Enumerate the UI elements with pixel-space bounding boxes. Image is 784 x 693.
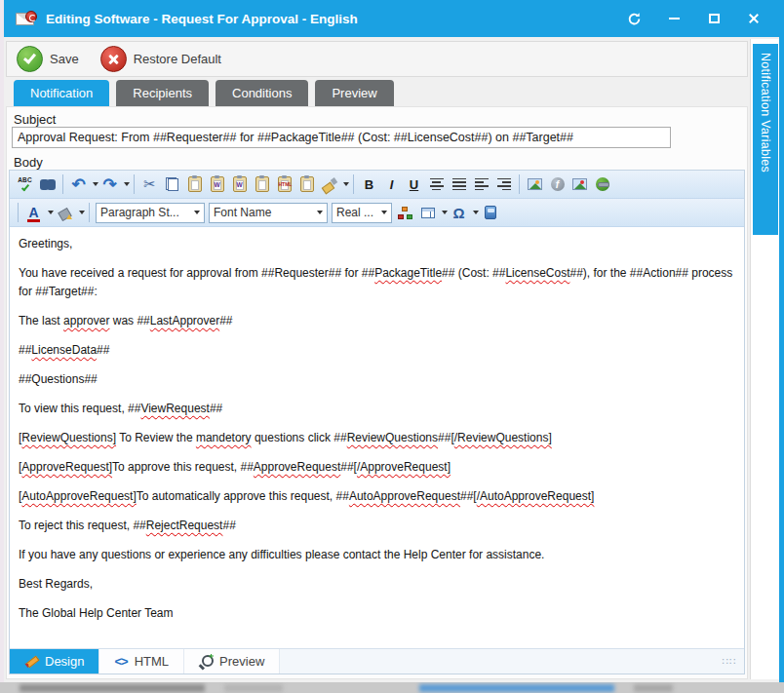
scissors-icon: ✂ (143, 175, 156, 193)
desktop-background-strip (0, 682, 784, 693)
subject-input[interactable] (12, 127, 671, 148)
misspelled-word: ApproveRequest (254, 460, 340, 474)
refresh-button[interactable] (620, 7, 647, 30)
body-text-segment: You have received a request for approval… (19, 266, 374, 280)
align-center-button[interactable] (425, 173, 448, 196)
paste-from-word-button[interactable]: W (206, 173, 228, 196)
magnifier-icon (199, 655, 213, 669)
subject-label: Subject (14, 112, 56, 127)
body-text-segment: was ## (109, 314, 149, 327)
background-color-button[interactable] (54, 202, 76, 224)
cut-button[interactable]: ✂ (138, 173, 161, 196)
misspelled-word: LicenseCost (505, 266, 569, 280)
body-text-segment: ## (210, 402, 222, 415)
body-line: [AutoApproveRequest]To automatically app… (19, 487, 735, 506)
body-line: The last approver was ##LastApprover## (19, 312, 735, 330)
paste-plain-text-icon (255, 176, 269, 192)
body-line: The Global Help Center Team (19, 604, 735, 623)
insert-table-button[interactable] (416, 202, 439, 224)
image-manager-button[interactable] (524, 173, 546, 196)
paste-plain-text-button[interactable] (251, 173, 273, 196)
paste-html-button[interactable] (295, 173, 318, 196)
redo-button[interactable]: ↷ (98, 173, 121, 196)
document-manager-button[interactable] (479, 202, 501, 224)
command-toolbar: Save Restore Default (6, 41, 748, 77)
italic-icon: I (390, 177, 394, 192)
font-name-select[interactable]: Font Name (209, 203, 328, 223)
flash-manager-button[interactable]: f (546, 173, 568, 196)
underline-button[interactable]: U (403, 173, 425, 196)
right-panel-strip: Notification Variables (750, 39, 779, 679)
body-label: Body (14, 155, 43, 170)
close-button[interactable] (740, 7, 767, 30)
spellcheck-button[interactable]: ABC (14, 173, 36, 196)
chevron-down-icon (317, 211, 323, 214)
justify-button[interactable] (448, 173, 470, 196)
design-tab[interactable]: Design (10, 649, 99, 674)
app-mail-icon (16, 11, 37, 27)
hyperlink-manager-button[interactable] (591, 173, 613, 196)
module-manager-button[interactable] (394, 202, 416, 224)
paste-as-html-button[interactable]: HTML (273, 173, 295, 196)
font-size-select[interactable]: Real ... (332, 203, 392, 223)
align-left-button[interactable] (470, 173, 492, 196)
insert-symbol-button[interactable]: Ω (448, 202, 470, 224)
paragraph-style-select[interactable]: Paragraph St... (96, 203, 205, 223)
format-stripper-button[interactable] (318, 173, 340, 196)
body-line: To reject this request, ##RejectRequest#… (19, 517, 735, 535)
notification-variables-tab[interactable]: Notification Variables (753, 44, 778, 235)
body-text-segment: ##[ (438, 431, 454, 444)
chevron-down-icon (194, 211, 200, 214)
tab-recipients[interactable]: Recipients (116, 80, 209, 106)
resize-grip[interactable]: ∷∷ (722, 656, 736, 667)
table-icon (421, 208, 435, 218)
editor-window: Editing Software - Request For Approval … (4, 0, 784, 682)
body-line: [ReviewQuestions] To Review the mandetor… (19, 429, 735, 447)
code-icon: <> (114, 654, 127, 669)
html-tab[interactable]: <>HTML (99, 649, 184, 674)
restore-default-label: Restore Default (134, 52, 221, 66)
undo-button[interactable]: ↶ (67, 173, 90, 196)
find-button[interactable] (36, 173, 59, 196)
toolbar-separator (134, 174, 135, 194)
body-text-segment: ## (19, 343, 31, 357)
body-text-segment: To Review the (116, 431, 196, 444)
justify-icon (452, 178, 466, 190)
body-line: ##LicenseData## (19, 341, 735, 360)
body-line: If you have any questions or experience … (19, 546, 735, 564)
body-line: Greetings, (19, 235, 735, 253)
maximize-button[interactable] (700, 7, 727, 30)
misspelled-word: ViewRequest (140, 402, 210, 415)
copy-button[interactable] (161, 173, 183, 196)
rich-text-editor: ABC ↶ ↷ ✂ W W HTML (9, 170, 745, 674)
binoculars-icon (40, 179, 56, 190)
format-stripper-dropdown-arrow[interactable] (343, 182, 349, 186)
media-manager-button[interactable] (568, 173, 591, 196)
paste-html-icon (300, 176, 314, 192)
save-button[interactable]: Save (17, 46, 79, 72)
maximize-icon (709, 14, 720, 23)
tab-notification[interactable]: Notification (14, 80, 109, 106)
redo-dropdown-arrow[interactable] (124, 182, 130, 186)
restore-default-button[interactable]: Restore Default (100, 46, 221, 72)
screen: Editing Software - Request For Approval … (0, 0, 784, 693)
body-text-segment: To automatically approve this request, #… (137, 489, 349, 503)
minimize-button[interactable] (660, 7, 687, 30)
background-color-dropdown-arrow[interactable] (79, 211, 85, 214)
bold-button[interactable]: B (358, 173, 380, 196)
body-text-segment: The Global Help Center Team (19, 606, 174, 620)
foreground-color-button[interactable]: A (22, 202, 45, 224)
italic-button[interactable]: I (380, 173, 403, 196)
preview-tab[interactable]: Preview (184, 649, 280, 674)
align-right-button[interactable] (492, 173, 515, 196)
paste-button[interactable] (183, 173, 206, 196)
tab-conditions[interactable]: Conditions (216, 80, 308, 106)
body-text-segment: ## (97, 343, 109, 357)
misspelled-word: mandetory (196, 431, 252, 444)
editor-body[interactable]: Greetings, You have received a request f… (10, 228, 744, 648)
tab-preview[interactable]: Preview (315, 80, 393, 106)
hyperlink-globe-icon (596, 177, 609, 191)
paste-from-word-strip-button[interactable]: W (228, 173, 251, 196)
align-left-icon (475, 178, 489, 190)
misspelled-word: /AutoApproveRequest] (477, 489, 595, 503)
